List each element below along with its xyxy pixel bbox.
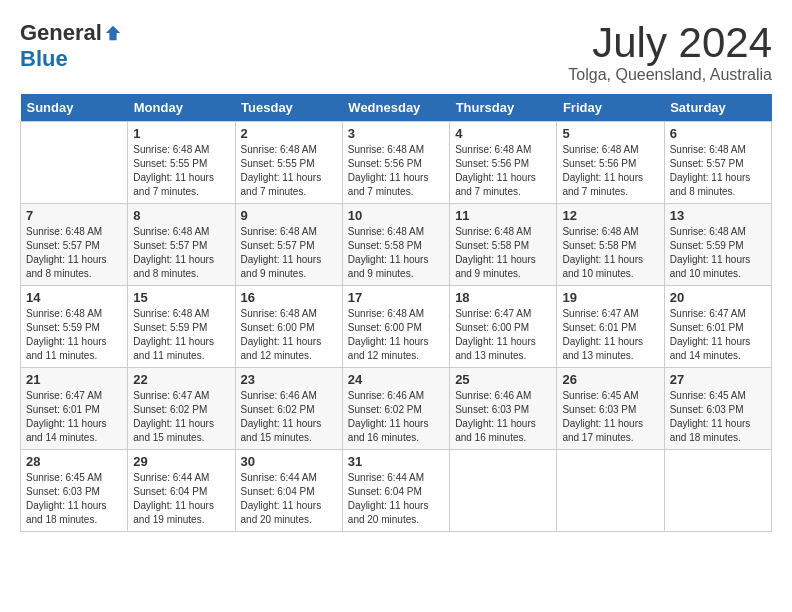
calendar-cell: 18Sunrise: 6:47 AMSunset: 6:00 PMDayligh… [450,286,557,368]
day-info: Sunrise: 6:48 AMSunset: 5:56 PMDaylight:… [562,143,658,199]
day-number: 3 [348,126,444,141]
calendar-cell: 8Sunrise: 6:48 AMSunset: 5:57 PMDaylight… [128,204,235,286]
day-info: Sunrise: 6:48 AMSunset: 5:59 PMDaylight:… [26,307,122,363]
calendar-cell: 21Sunrise: 6:47 AMSunset: 6:01 PMDayligh… [21,368,128,450]
calendar-header-thursday: Thursday [450,94,557,122]
calendar-cell: 9Sunrise: 6:48 AMSunset: 5:57 PMDaylight… [235,204,342,286]
calendar-cell [21,122,128,204]
day-info: Sunrise: 6:48 AMSunset: 5:58 PMDaylight:… [562,225,658,281]
day-number: 2 [241,126,337,141]
day-number: 11 [455,208,551,223]
day-number: 27 [670,372,766,387]
day-info: Sunrise: 6:47 AMSunset: 6:01 PMDaylight:… [562,307,658,363]
calendar-cell: 3Sunrise: 6:48 AMSunset: 5:56 PMDaylight… [342,122,449,204]
day-info: Sunrise: 6:48 AMSunset: 5:59 PMDaylight:… [133,307,229,363]
calendar-header-row: SundayMondayTuesdayWednesdayThursdayFrid… [21,94,772,122]
calendar-cell: 17Sunrise: 6:48 AMSunset: 6:00 PMDayligh… [342,286,449,368]
day-number: 16 [241,290,337,305]
calendar-cell: 23Sunrise: 6:46 AMSunset: 6:02 PMDayligh… [235,368,342,450]
calendar-cell: 30Sunrise: 6:44 AMSunset: 6:04 PMDayligh… [235,450,342,532]
day-info: Sunrise: 6:48 AMSunset: 6:00 PMDaylight:… [241,307,337,363]
calendar-week-row: 28Sunrise: 6:45 AMSunset: 6:03 PMDayligh… [21,450,772,532]
calendar-cell: 27Sunrise: 6:45 AMSunset: 6:03 PMDayligh… [664,368,771,450]
day-number: 31 [348,454,444,469]
calendar-header-monday: Monday [128,94,235,122]
day-number: 14 [26,290,122,305]
calendar-cell: 15Sunrise: 6:48 AMSunset: 5:59 PMDayligh… [128,286,235,368]
day-info: Sunrise: 6:48 AMSunset: 5:59 PMDaylight:… [670,225,766,281]
day-number: 6 [670,126,766,141]
day-info: Sunrise: 6:48 AMSunset: 5:57 PMDaylight:… [241,225,337,281]
day-number: 12 [562,208,658,223]
calendar-header-wednesday: Wednesday [342,94,449,122]
svg-marker-0 [106,26,120,40]
day-number: 8 [133,208,229,223]
calendar-header-sunday: Sunday [21,94,128,122]
day-info: Sunrise: 6:48 AMSunset: 5:55 PMDaylight:… [241,143,337,199]
day-number: 30 [241,454,337,469]
calendar-cell [664,450,771,532]
day-info: Sunrise: 6:47 AMSunset: 6:02 PMDaylight:… [133,389,229,445]
calendar-table: SundayMondayTuesdayWednesdayThursdayFrid… [20,94,772,532]
calendar-cell: 10Sunrise: 6:48 AMSunset: 5:58 PMDayligh… [342,204,449,286]
day-number: 21 [26,372,122,387]
day-info: Sunrise: 6:47 AMSunset: 6:01 PMDaylight:… [26,389,122,445]
day-number: 7 [26,208,122,223]
month-title: July 2024 [568,20,772,66]
calendar-cell: 11Sunrise: 6:48 AMSunset: 5:58 PMDayligh… [450,204,557,286]
calendar-cell: 5Sunrise: 6:48 AMSunset: 5:56 PMDaylight… [557,122,664,204]
calendar-cell: 1Sunrise: 6:48 AMSunset: 5:55 PMDaylight… [128,122,235,204]
calendar-cell: 19Sunrise: 6:47 AMSunset: 6:01 PMDayligh… [557,286,664,368]
calendar-cell: 29Sunrise: 6:44 AMSunset: 6:04 PMDayligh… [128,450,235,532]
calendar-cell [450,450,557,532]
day-info: Sunrise: 6:48 AMSunset: 5:55 PMDaylight:… [133,143,229,199]
calendar-week-row: 14Sunrise: 6:48 AMSunset: 5:59 PMDayligh… [21,286,772,368]
location-title: Tolga, Queensland, Australia [568,66,772,84]
day-number: 23 [241,372,337,387]
calendar-header-saturday: Saturday [664,94,771,122]
day-number: 18 [455,290,551,305]
calendar-week-row: 1Sunrise: 6:48 AMSunset: 5:55 PMDaylight… [21,122,772,204]
day-info: Sunrise: 6:47 AMSunset: 6:01 PMDaylight:… [670,307,766,363]
calendar-cell: 22Sunrise: 6:47 AMSunset: 6:02 PMDayligh… [128,368,235,450]
calendar-header-friday: Friday [557,94,664,122]
day-info: Sunrise: 6:48 AMSunset: 5:58 PMDaylight:… [348,225,444,281]
calendar-cell: 25Sunrise: 6:46 AMSunset: 6:03 PMDayligh… [450,368,557,450]
calendar-cell: 24Sunrise: 6:46 AMSunset: 6:02 PMDayligh… [342,368,449,450]
logo-blue-text: Blue [20,46,68,72]
day-number: 26 [562,372,658,387]
calendar-cell: 16Sunrise: 6:48 AMSunset: 6:00 PMDayligh… [235,286,342,368]
day-info: Sunrise: 6:45 AMSunset: 6:03 PMDaylight:… [562,389,658,445]
title-area: July 2024 Tolga, Queensland, Australia [568,20,772,84]
day-info: Sunrise: 6:45 AMSunset: 6:03 PMDaylight:… [26,471,122,527]
day-number: 9 [241,208,337,223]
day-info: Sunrise: 6:46 AMSunset: 6:02 PMDaylight:… [241,389,337,445]
day-info: Sunrise: 6:44 AMSunset: 6:04 PMDaylight:… [241,471,337,527]
calendar-cell: 6Sunrise: 6:48 AMSunset: 5:57 PMDaylight… [664,122,771,204]
calendar-cell: 14Sunrise: 6:48 AMSunset: 5:59 PMDayligh… [21,286,128,368]
day-number: 17 [348,290,444,305]
calendar-header-tuesday: Tuesday [235,94,342,122]
day-number: 25 [455,372,551,387]
calendar-cell: 7Sunrise: 6:48 AMSunset: 5:57 PMDaylight… [21,204,128,286]
day-number: 20 [670,290,766,305]
day-info: Sunrise: 6:44 AMSunset: 6:04 PMDaylight:… [348,471,444,527]
day-number: 1 [133,126,229,141]
calendar-cell: 2Sunrise: 6:48 AMSunset: 5:55 PMDaylight… [235,122,342,204]
day-number: 10 [348,208,444,223]
logo-general-text: General [20,20,102,46]
day-info: Sunrise: 6:48 AMSunset: 5:58 PMDaylight:… [455,225,551,281]
calendar-cell: 13Sunrise: 6:48 AMSunset: 5:59 PMDayligh… [664,204,771,286]
day-info: Sunrise: 6:48 AMSunset: 5:57 PMDaylight:… [26,225,122,281]
day-info: Sunrise: 6:44 AMSunset: 6:04 PMDaylight:… [133,471,229,527]
day-info: Sunrise: 6:46 AMSunset: 6:02 PMDaylight:… [348,389,444,445]
day-number: 5 [562,126,658,141]
day-info: Sunrise: 6:48 AMSunset: 5:56 PMDaylight:… [455,143,551,199]
calendar-cell: 20Sunrise: 6:47 AMSunset: 6:01 PMDayligh… [664,286,771,368]
day-info: Sunrise: 6:48 AMSunset: 6:00 PMDaylight:… [348,307,444,363]
calendar-cell: 26Sunrise: 6:45 AMSunset: 6:03 PMDayligh… [557,368,664,450]
day-info: Sunrise: 6:46 AMSunset: 6:03 PMDaylight:… [455,389,551,445]
day-number: 29 [133,454,229,469]
calendar-cell: 4Sunrise: 6:48 AMSunset: 5:56 PMDaylight… [450,122,557,204]
logo-icon [104,24,122,42]
